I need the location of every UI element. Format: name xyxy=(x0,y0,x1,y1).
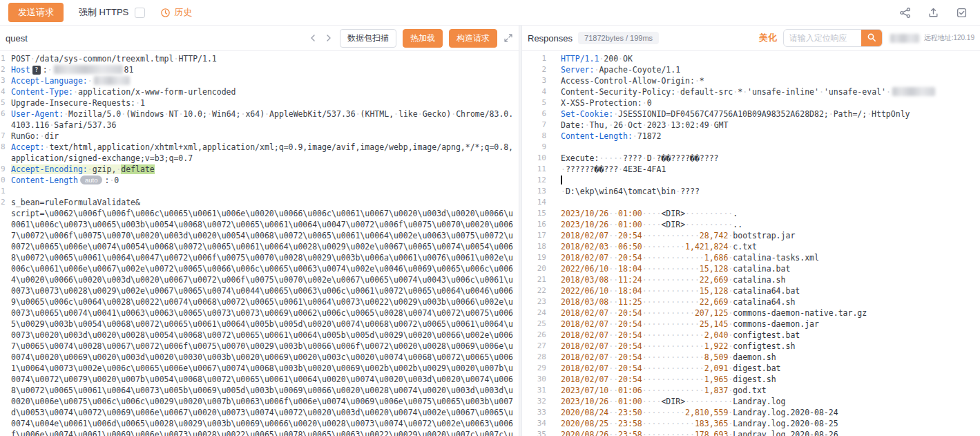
response-line[interactable]: 332020/08/24··23:50·········2,810,559·La… xyxy=(522,407,980,418)
request-line[interactable]: 5Upgrade-Insecure-Requests:·1 xyxy=(0,97,519,108)
code-line-content[interactable]: Access-Control-Allow-Origin:·* xyxy=(557,75,980,86)
response-line[interactable]: 322023/10/26··01:00····<DIR>··········La… xyxy=(522,396,980,407)
response-line[interactable]: 11·??????��???·4E3E-4FA1 xyxy=(522,164,980,175)
code-line-content[interactable]: ·??????��???·4E3E-4FA1 xyxy=(557,164,980,175)
request-line[interactable]: 4Content-Type:·application/x-www-form-ur… xyxy=(0,86,519,97)
request-editor[interactable]: 1POST·/data/sys-common/treexml.tmpl·HTTP… xyxy=(0,51,519,436)
response-line[interactable]: 182018/02/03··06:50·········1,421,824·c.… xyxy=(522,241,980,252)
response-line[interactable]: 192018/02/07··20:54·············1,686·ca… xyxy=(522,252,980,263)
code-line-content[interactable]: 2023/07/10··01:06·············1,837·god.… xyxy=(557,385,980,396)
code-line-content[interactable]: Content-Security-Policy:·default-src·*·'… xyxy=(557,86,980,97)
code-line-content[interactable]: 2018/02/07··20:54·············2,040·conf… xyxy=(557,330,980,341)
code-line-content[interactable]: 2018/03/08··11:25············22,669·cata… xyxy=(557,296,980,307)
code-line-content[interactable]: 2018/02/07··20:54·············1,922·conf… xyxy=(557,341,980,352)
chevron-left-icon[interactable] xyxy=(308,33,318,43)
code-line-content[interactable]: Set-Cookie:·JSESSIONID=DF04567C47756A10B… xyxy=(557,108,980,120)
code-line-content[interactable]: s_bean=ruleFormulaValidate&script=\u0062… xyxy=(8,197,519,436)
response-line[interactable]: 272018/02/07··20:54·············1,922·co… xyxy=(522,341,980,352)
send-request-button[interactable]: 发送请求 xyxy=(8,3,64,22)
code-line-content[interactable]: 2018/02/07··20:54············28,742·boot… xyxy=(557,230,980,241)
code-line-content[interactable]: 2018/02/07··20:54············25,145·comm… xyxy=(557,319,980,330)
force-https-checkbox[interactable] xyxy=(135,8,145,18)
response-line[interactable]: 5X-XSS-Protection:·0 xyxy=(522,97,980,108)
response-line[interactable]: 352020/08/26··23:58···········178,693·La… xyxy=(522,429,980,436)
code-line-content[interactable]: 2020/08/26··23:58···········178,693·Land… xyxy=(557,429,980,436)
response-line[interactable]: 302018/02/07··20:54·············1,965·di… xyxy=(522,374,980,385)
code-line-content[interactable]: POST·/data/sys-common/treexml.tmpl·HTTP/… xyxy=(8,53,519,64)
code-line-content[interactable]: Accept-Encoding:·gzip,·deflate xyxy=(8,164,519,175)
response-line[interactable]: 242018/02/07··20:54···········207,125·co… xyxy=(522,307,980,319)
responses-tab[interactable]: Responses xyxy=(528,33,573,44)
request-line[interactable]: 2Host?:·81 xyxy=(0,64,519,75)
expand-icon[interactable] xyxy=(503,33,513,43)
request-line[interactable]: 0Content-Lengthauto:·0 xyxy=(0,175,519,186)
code-line-content[interactable]: Accept:·text/html,application/xhtml+xml,… xyxy=(8,142,519,164)
checklist-icon[interactable] xyxy=(956,7,968,19)
response-line[interactable]: 152023/10/26··01:00····<DIR>··········. xyxy=(522,208,980,219)
response-line[interactable]: 10Execute:·····????·D·?��????��???? xyxy=(522,153,980,164)
code-line-content[interactable]: 2023/10/26··01:00····<DIR>··········Land… xyxy=(557,396,980,407)
code-line-content[interactable]: HTTP/1.1·200·OK xyxy=(557,53,980,64)
response-line[interactable]: 3Access-Control-Allow-Origin:·* xyxy=(522,75,980,86)
code-line-content[interactable]: 2018/03/08··11:24············22,669·cata… xyxy=(557,274,980,285)
beautify-button[interactable]: 美化 xyxy=(759,32,777,44)
packet-scan-button[interactable]: 数据包扫描 xyxy=(340,29,396,48)
response-editor[interactable]: 1HTTP/1.1·200·OK2Server:·Apache-Coyote/1… xyxy=(522,51,980,436)
response-line[interactable]: 212018/03/08··11:24············22,669·ca… xyxy=(522,274,980,285)
response-line[interactable]: 9 xyxy=(522,142,980,153)
code-line-content[interactable]: Content-Lengthauto:·0 xyxy=(8,175,519,186)
hot-reload-button[interactable]: 热加载 xyxy=(403,29,443,48)
code-line-content[interactable]: Date:·Thu,·26·Oct·2023·13:02:49·GMT xyxy=(557,120,980,131)
code-line-content[interactable]: Accept-Language:· xyxy=(8,75,519,86)
request-line[interactable]: 1POST·/data/sys-common/treexml.tmpl·HTTP… xyxy=(0,53,519,64)
request-line[interactable]: 8Accept:·text/html,application/xhtml+xml… xyxy=(0,142,519,164)
response-line[interactable]: 202022/06/10··18:04············15,128·ca… xyxy=(522,263,980,274)
fuzz-helper-icon[interactable]: ? xyxy=(32,66,41,75)
response-line[interactable]: 12 xyxy=(522,175,980,186)
code-line-content[interactable]: Content-Type:·application/x-www-form-url… xyxy=(8,86,519,97)
code-line-content[interactable]: 2023/10/26··01:00····<DIR>··········. xyxy=(557,208,980,219)
code-line-content[interactable]: 2020/08/25··23:58···········183,365·Land… xyxy=(557,418,980,429)
response-line[interactable]: 342020/08/25··23:58···········183,365·La… xyxy=(522,418,980,429)
response-line[interactable]: 252018/02/07··20:54············25,145·co… xyxy=(522,319,980,330)
code-line-content[interactable]: Upgrade-Insecure-Requests:·1 xyxy=(8,97,519,108)
response-line[interactable]: 7Date:·Thu,·26·Oct·2023·13:02:49·GMT xyxy=(522,120,980,131)
response-line[interactable]: 162023/10/26··01:00····<DIR>··········.. xyxy=(522,219,980,230)
code-line-content[interactable]: 2018/02/07··20:54···········207,125·comm… xyxy=(557,307,980,319)
code-line-content[interactable]: 2018/02/03··06:50·········1,421,824·c.tx… xyxy=(557,241,980,252)
request-tab[interactable]: quest xyxy=(6,33,28,44)
code-line-content[interactable]: 2020/08/24··23:50·········2,810,559·Land… xyxy=(557,407,980,418)
response-line[interactable]: 13·D:\ekp\win64\tomcat\bin·???? xyxy=(522,186,980,197)
export-icon[interactable] xyxy=(928,7,939,19)
request-line[interactable]: 3Accept-Language:· xyxy=(0,75,519,86)
search-button[interactable] xyxy=(861,29,882,47)
build-request-button[interactable]: 构造请求 xyxy=(449,29,497,48)
code-line-content[interactable]: Content-Length:·71872 xyxy=(557,131,980,142)
request-line[interactable]: 1 xyxy=(0,186,519,197)
response-line[interactable]: 312023/07/10··01:06·············1,837·go… xyxy=(522,385,980,396)
response-line[interactable]: 2Server:·Apache-Coyote/1.1 xyxy=(522,64,980,75)
response-line[interactable]: 222022/06/10··18:04············15,128·ca… xyxy=(522,285,980,296)
response-line[interactable]: 262018/02/07··20:54·············2,040·co… xyxy=(522,330,980,341)
code-line-content[interactable]: RunGo:·dir xyxy=(8,131,519,142)
code-line-content[interactable] xyxy=(8,186,519,197)
request-line[interactable]: 9Accept-Encoding:·gzip,·deflate xyxy=(0,164,519,175)
request-line[interactable]: 2s_bean=ruleFormulaValidate&script=\u006… xyxy=(0,197,519,436)
chevron-right-icon[interactable] xyxy=(324,33,334,43)
response-line[interactable]: 282018/02/07··20:54·············8,509·da… xyxy=(522,352,980,363)
code-line-content[interactable] xyxy=(557,175,980,186)
request-line[interactable]: 7RunGo:·dir xyxy=(0,131,519,142)
code-line-content[interactable]: User-Agent:·Mozilla/5.0·(Windows·NT·10.0… xyxy=(8,108,519,131)
code-line-content[interactable]: X-XSS-Protection:·0 xyxy=(557,97,980,108)
history-button[interactable]: 历史 xyxy=(160,6,192,19)
code-line-content[interactable]: 2022/06/10··18:04············15,128·cata… xyxy=(557,285,980,296)
code-line-content[interactable]: Server:·Apache-Coyote/1.1 xyxy=(557,64,980,75)
code-line-content[interactable]: 2018/02/07··20:54·············2,091·dige… xyxy=(557,363,980,374)
response-line[interactable]: 4Content-Security-Policy:·default-src·*·… xyxy=(522,86,980,97)
code-line-content[interactable]: 2018/02/07··20:54·············1,965·dige… xyxy=(557,374,980,385)
response-line[interactable]: 8Content-Length:·71872 xyxy=(522,131,980,142)
code-line-content[interactable]: ·D:\ekp\win64\tomcat\bin·???? xyxy=(557,186,980,197)
response-line[interactable]: 172018/02/07··20:54············28,742·bo… xyxy=(522,230,980,241)
code-line-content[interactable]: 2018/02/07··20:54·············8,509·daem… xyxy=(557,352,980,363)
code-line-content[interactable]: 2022/06/10··18:04············15,128·cata… xyxy=(557,263,980,274)
